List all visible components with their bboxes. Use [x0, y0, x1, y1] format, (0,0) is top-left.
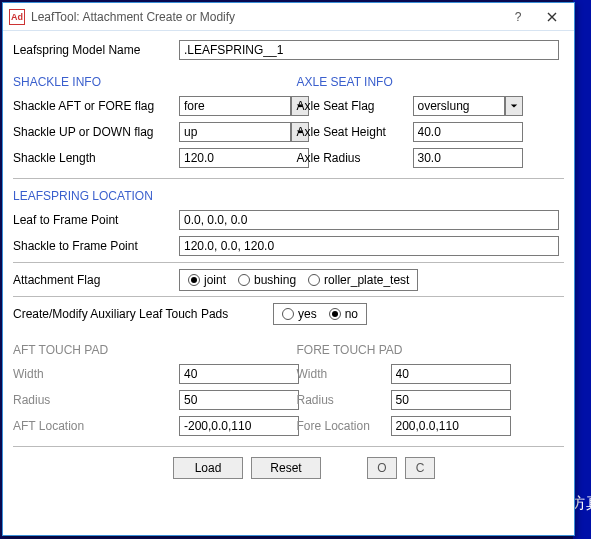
- create-touchpads-label: Create/Modify Auxiliary Leaf Touch Pads: [13, 307, 273, 321]
- aft-touchpad-title: AFT TOUCH PAD: [13, 343, 289, 357]
- attachment-option-roller-plate-test[interactable]: roller_plate_test: [308, 273, 409, 287]
- client-area: Leafspring Model Name SHACKLE INFO Shack…: [3, 31, 574, 489]
- fore-radius-label: Radius: [297, 393, 391, 407]
- shackle-up-down-label: Shackle UP or DOWN flag: [13, 125, 179, 139]
- shackle-aft-fore-dropdown[interactable]: [179, 96, 309, 116]
- radio-icon: [329, 308, 341, 320]
- radio-icon: [308, 274, 320, 286]
- fore-location-label: Fore Location: [297, 419, 391, 433]
- axle-seat-height-label: Axle Seat Height: [297, 125, 413, 139]
- divider: [13, 446, 564, 447]
- fore-radius-input: [391, 390, 511, 410]
- load-button[interactable]: Load: [173, 457, 243, 479]
- attachment-option-bushing[interactable]: bushing: [238, 273, 296, 287]
- radio-label: roller_plate_test: [324, 273, 409, 287]
- model-name-input[interactable]: [179, 40, 559, 60]
- aft-location-label: AFT Location: [13, 419, 179, 433]
- axle-radius-label: Axle Radius: [297, 151, 413, 165]
- aft-width-label: Width: [13, 367, 179, 381]
- divider: [13, 178, 564, 179]
- shackle-up-down-value[interactable]: [179, 122, 291, 142]
- model-name-label: Leafspring Model Name: [13, 43, 179, 57]
- reset-button[interactable]: Reset: [251, 457, 321, 479]
- dialog-window: Ad LeafTool: Attachment Create or Modify…: [2, 2, 575, 536]
- radio-label: yes: [298, 307, 317, 321]
- axle-seat-flag-dropdown[interactable]: [413, 96, 523, 116]
- help-button[interactable]: ?: [504, 7, 532, 27]
- fore-width-label: Width: [297, 367, 391, 381]
- axle-seat-info-title: AXLE SEAT INFO: [297, 75, 565, 89]
- radio-icon: [282, 308, 294, 320]
- shackle-info-title: SHACKLE INFO: [13, 75, 289, 89]
- shackle-length-input[interactable]: [179, 148, 309, 168]
- leaf-to-frame-label: Leaf to Frame Point: [13, 213, 179, 227]
- ok-button[interactable]: O: [367, 457, 397, 479]
- cancel-button[interactable]: C: [405, 457, 435, 479]
- divider: [13, 262, 564, 263]
- titlebar: Ad LeafTool: Attachment Create or Modify…: [3, 3, 574, 31]
- shackle-up-down-dropdown[interactable]: [179, 122, 309, 142]
- radio-label: joint: [204, 273, 226, 287]
- leaf-to-frame-input: [179, 210, 559, 230]
- axle-seat-flag-label: Axle Seat Flag: [297, 99, 413, 113]
- app-icon: Ad: [9, 9, 25, 25]
- shackle-to-frame-label: Shackle to Frame Point: [13, 239, 179, 253]
- axle-radius-input[interactable]: [413, 148, 523, 168]
- radio-label: no: [345, 307, 358, 321]
- radio-icon: [188, 274, 200, 286]
- axle-seat-height-input[interactable]: [413, 122, 523, 142]
- aft-radius-label: Radius: [13, 393, 179, 407]
- divider: [13, 296, 564, 297]
- chevron-down-icon[interactable]: [505, 96, 523, 116]
- leafspring-location-title: LEAFSPRING LOCATION: [13, 189, 564, 203]
- aft-width-input: [179, 364, 299, 384]
- shackle-aft-fore-value[interactable]: [179, 96, 291, 116]
- shackle-to-frame-input: [179, 236, 559, 256]
- create-touchpads-radio-group: yes no: [273, 303, 367, 325]
- touchpads-option-no[interactable]: no: [329, 307, 358, 321]
- background-stripe: [573, 0, 591, 539]
- attachment-option-joint[interactable]: joint: [188, 273, 226, 287]
- fore-width-input: [391, 364, 511, 384]
- window-title: LeafTool: Attachment Create or Modify: [31, 10, 235, 24]
- aft-location-input: [179, 416, 299, 436]
- attachment-flag-radio-group: joint bushing roller_plate_test: [179, 269, 418, 291]
- radio-label: bushing: [254, 273, 296, 287]
- fore-location-input: [391, 416, 511, 436]
- aft-radius-input: [179, 390, 299, 410]
- shackle-length-label: Shackle Length: [13, 151, 179, 165]
- fore-touchpad-title: FORE TOUCH PAD: [297, 343, 565, 357]
- close-button[interactable]: [532, 7, 572, 27]
- touchpads-option-yes[interactable]: yes: [282, 307, 317, 321]
- shackle-aft-fore-label: Shackle AFT or FORE flag: [13, 99, 179, 113]
- button-bar: Load Reset O C: [13, 457, 564, 479]
- radio-icon: [238, 274, 250, 286]
- attachment-flag-label: Attachment Flag: [13, 273, 179, 287]
- axle-seat-flag-value[interactable]: [413, 96, 505, 116]
